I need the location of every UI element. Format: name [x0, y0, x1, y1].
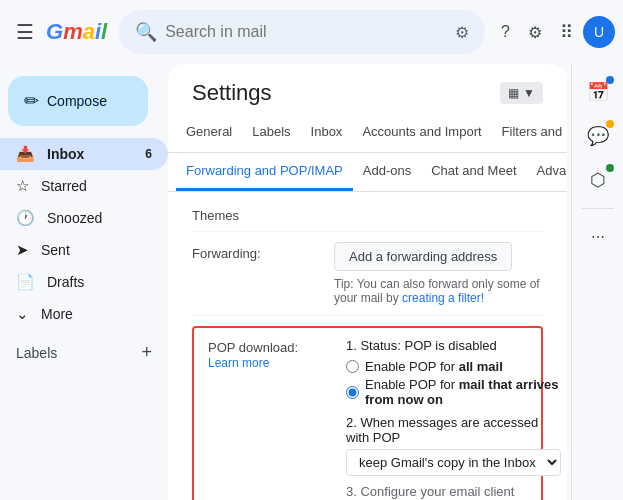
- sidebar-item-inbox[interactable]: 📥 Inbox 6: [0, 138, 168, 170]
- sent-icon: ➤: [16, 241, 29, 259]
- sidebar-drafts-label: Drafts: [47, 274, 84, 290]
- tab-general[interactable]: General: [176, 114, 242, 152]
- pop-status: 1. Status: POP is disabled: [346, 338, 561, 353]
- sidebar-item-starred[interactable]: ☆ Starred: [0, 170, 168, 202]
- avatar[interactable]: U: [583, 16, 615, 48]
- tab-labels[interactable]: Labels: [242, 114, 300, 152]
- help-button[interactable]: ?: [493, 15, 518, 49]
- settings-panel: Settings ▦ ▼ General Labels Inbox Accoun…: [168, 64, 567, 500]
- settings-title: Settings: [192, 80, 272, 106]
- sidebar-item-more[interactable]: ⌄ More: [0, 298, 168, 330]
- menu-button[interactable]: ☰: [8, 12, 42, 52]
- settings-view-icon: ▦: [508, 86, 519, 100]
- subtab-chat[interactable]: Chat and Meet: [421, 153, 526, 191]
- settings-body: Themes Forwarding: Add a forwarding addr…: [168, 192, 567, 500]
- pop-radio-allmail[interactable]: Enable POP for all mail: [346, 359, 561, 374]
- sidebar-item-snoozed[interactable]: 🕐 Snoozed: [0, 202, 168, 234]
- drafts-icon: 📄: [16, 273, 35, 291]
- right-dots-icon[interactable]: ⋯: [578, 217, 618, 257]
- tab-inbox[interactable]: Inbox: [301, 114, 353, 152]
- pop-content: 1. Status: POP is disabled Enable POP fo…: [346, 338, 561, 476]
- main-content: Settings ▦ ▼ General Labels Inbox Accoun…: [168, 64, 571, 500]
- sidebar-more-label: More: [41, 306, 73, 322]
- pop-label: POP download: Learn more: [208, 338, 338, 370]
- pop-section3: 3. Configure your email client (e.g. Out…: [208, 484, 527, 500]
- settings-subtabs: Forwarding and POP/IMAP Add-ons Chat and…: [168, 153, 567, 192]
- settings-tabs: General Labels Inbox Accounts and Import…: [168, 114, 567, 153]
- sidebar-item-sent[interactable]: ➤ Sent: [0, 234, 168, 266]
- sidebar: ✏ Compose 📥 Inbox 6 ☆ Starred 🕐 Snoozed …: [0, 64, 168, 500]
- pop-allmail-radio[interactable]: [346, 360, 359, 373]
- pop-learn-more-link[interactable]: Learn more: [208, 356, 269, 370]
- settings-view-label: ▼: [523, 86, 535, 100]
- subtab-forwarding[interactable]: Forwarding and POP/IMAP: [176, 153, 353, 191]
- subtab-advanced[interactable]: Advanced: [527, 153, 568, 191]
- forwarding-tip-link[interactable]: creating a filter!: [402, 291, 484, 305]
- settings-view-button[interactable]: ▦ ▼: [500, 82, 543, 104]
- sidebar-starred-label: Starred: [41, 178, 87, 194]
- right-meet-icon[interactable]: 📅: [578, 72, 618, 112]
- pop-radio-group: Enable POP for all mail Enable POP for m…: [346, 359, 561, 407]
- right-spaces-icon[interactable]: ⬡: [578, 160, 618, 200]
- labels-section: Labels +: [0, 334, 168, 371]
- forwarding-row: Forwarding: Add a forwarding address Tip…: [192, 232, 543, 316]
- pop-fromnow-radio[interactable]: [346, 386, 359, 399]
- pop-section2-select[interactable]: keep Gmail's copy in the Inbox: [346, 449, 561, 476]
- search-filter-icon[interactable]: ⚙: [455, 23, 469, 42]
- pop-download-box: POP download: Learn more 1. Status: POP …: [192, 326, 543, 500]
- more-icon: ⌄: [16, 305, 29, 323]
- add-label-button[interactable]: +: [141, 342, 152, 363]
- tab-accounts[interactable]: Accounts and Import: [352, 114, 491, 152]
- sidebar-sent-label: Sent: [41, 242, 70, 258]
- tab-filters[interactable]: Filters and Blocked Addresses: [492, 114, 567, 152]
- sidebar-item-drafts[interactable]: 📄 Drafts: [0, 266, 168, 298]
- pop-radio-fromnow[interactable]: Enable POP for mail that arrives from no…: [346, 377, 561, 407]
- right-chat-icon[interactable]: 💬: [578, 116, 618, 156]
- forwarding-label: Forwarding:: [192, 242, 322, 261]
- add-forwarding-button[interactable]: Add a forwarding address: [334, 242, 512, 271]
- search-bar: 🔍 ⚙: [119, 10, 485, 54]
- snoozed-icon: 🕐: [16, 209, 35, 227]
- compose-label: Compose: [47, 93, 107, 109]
- themes-row: Themes: [192, 200, 543, 232]
- themes-label: Themes: [192, 208, 239, 223]
- settings-button[interactable]: ⚙: [520, 15, 550, 50]
- apps-button[interactable]: ⠿: [552, 13, 581, 51]
- gmail-logo: Gmail: [46, 19, 107, 45]
- forwarding-content: Add a forwarding address Tip: You can al…: [334, 242, 543, 305]
- compose-icon: ✏: [24, 90, 39, 112]
- right-panel: 📅 💬 ⬡ ⋯: [571, 64, 623, 500]
- sidebar-inbox-label: Inbox: [47, 146, 84, 162]
- inbox-count: 6: [145, 147, 152, 161]
- search-icon: 🔍: [135, 21, 157, 43]
- starred-icon: ☆: [16, 177, 29, 195]
- sidebar-snoozed-label: Snoozed: [47, 210, 102, 226]
- labels-header: Labels: [16, 345, 57, 361]
- subtab-addons[interactable]: Add-ons: [353, 153, 421, 191]
- settings-header: Settings ▦ ▼: [168, 64, 567, 114]
- compose-button[interactable]: ✏ Compose: [8, 76, 148, 126]
- forwarding-tip: Tip: You can also forward only some of y…: [334, 277, 543, 305]
- inbox-icon: 📥: [16, 145, 35, 163]
- search-input[interactable]: [165, 23, 447, 41]
- pop-section2-label: 2. When messages are accessed with POP: [346, 415, 561, 445]
